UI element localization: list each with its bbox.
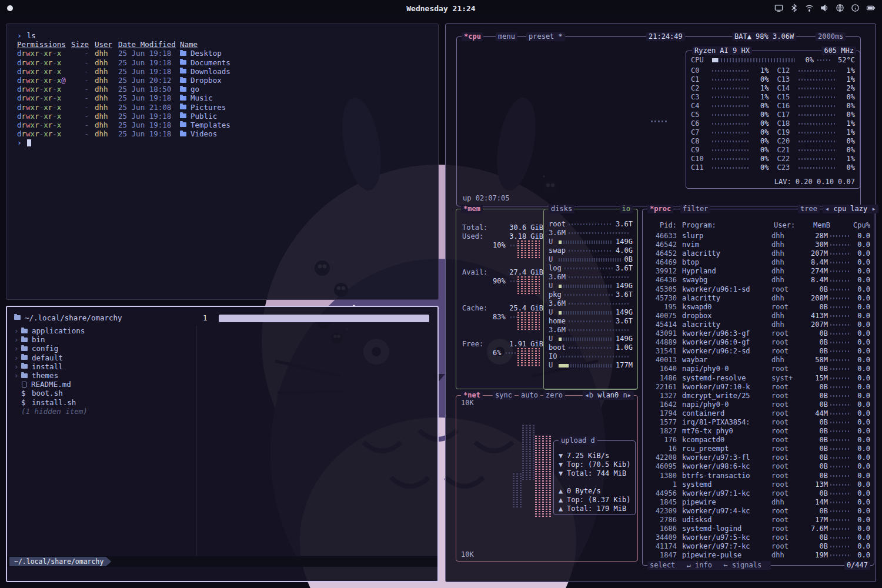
- proc-box-title[interactable]: *proc: [647, 205, 673, 213]
- info-icon[interactable]: [851, 4, 860, 12]
- tab-indicator[interactable]: 1: [203, 313, 208, 322]
- process-cpu: 0.0: [853, 436, 870, 445]
- core-label: C5: [691, 111, 709, 119]
- process-name: systemd-logind: [682, 524, 771, 533]
- process-row[interactable]: 1847pipewire-pulsedhh19M0.0: [646, 551, 870, 559]
- wifi-icon[interactable]: [805, 4, 814, 12]
- screen-cast-icon[interactable]: [774, 4, 783, 12]
- fm-item[interactable]: ›default: [14, 353, 433, 362]
- process-row[interactable]: 1486systemd-resolvesyst+15M0.0: [646, 374, 870, 383]
- fm-item[interactable]: ›applications: [14, 326, 433, 335]
- fm-item[interactable]: ›bin: [14, 335, 433, 344]
- process-row[interactable]: 42309kworker/u97:4-kcroot0B0.0: [646, 507, 870, 516]
- cpu-frequency: 605 MHz: [821, 46, 856, 55]
- folder-icon: [180, 105, 186, 109]
- mem-box-title[interactable]: *mem: [461, 205, 483, 213]
- process-row[interactable]: 176kcompactd0root0B0.0: [646, 436, 870, 445]
- process-row[interactable]: 1686systemd-logindroot7.6M0.0: [646, 524, 870, 533]
- process-user: root: [771, 338, 802, 347]
- core-label: C19: [777, 128, 795, 137]
- header-memb[interactable]: MemB: [804, 221, 830, 230]
- fm-item[interactable]: ›install: [14, 362, 433, 371]
- process-cpu: 0.0: [853, 507, 870, 516]
- signals-hint[interactable]: ← signals: [723, 561, 761, 569]
- process-mem: 0B: [802, 427, 828, 436]
- fm-item[interactable]: $boot.sh: [14, 389, 433, 397]
- sort-mode[interactable]: ◂ cpu lazy ▸: [823, 205, 878, 213]
- core-label: C6: [691, 119, 709, 128]
- fm-item[interactable]: ›themes: [14, 371, 433, 380]
- menu-button[interactable]: menu: [496, 32, 517, 41]
- header-cpu[interactable]: Cpu%: [830, 221, 870, 230]
- process-row[interactable]: 2786udisksdroot17M0.0: [646, 516, 870, 524]
- select-hint[interactable]: select: [650, 561, 675, 569]
- file-name-text: Templates: [191, 121, 230, 129]
- process-row[interactable]: 39912Hyprlanddhh274M0.0: [646, 267, 870, 276]
- sort-prev-icon[interactable]: ◂: [825, 205, 829, 213]
- process-row[interactable]: 31541kworker/u96:2-sdroot0B0.0: [646, 347, 870, 356]
- process-row[interactable]: 46469btopdhh8.4M0.0: [646, 258, 870, 267]
- process-cpu: 0.0: [853, 267, 870, 276]
- header-program[interactable]: Program:: [682, 221, 774, 230]
- io-toggle[interactable]: io: [620, 205, 633, 213]
- process-row[interactable]: 1577irq/81-PIXA3854:root0B0.0: [646, 418, 870, 427]
- process-row[interactable]: 22161kworker/u97:10-kroot0B0.0: [646, 383, 870, 392]
- process-row[interactable]: 44956kworker/u97:1-kcroot0B0.0: [646, 489, 870, 498]
- process-row[interactable]: 45305kworker/u96:1-sdroot0B0.0: [646, 285, 870, 294]
- process-row[interactable]: 1systemdroot13M0.0: [646, 480, 870, 489]
- net-graph-dim: [522, 424, 535, 480]
- process-row[interactable]: 40075dropboxdhh413M0.0: [646, 312, 870, 320]
- core-row: C50%: [691, 111, 769, 119]
- process-name: alacritty: [682, 320, 771, 329]
- process-row[interactable]: 1642napi/phy0-0root0B0.0: [646, 400, 870, 409]
- net-interface-switcher[interactable]: ◂b wlan0 n▸: [583, 391, 634, 400]
- process-row[interactable]: 45414alacrittydhh207M0.0: [646, 320, 870, 329]
- iface-prev-icon[interactable]: ◂b: [585, 391, 593, 399]
- info-hint[interactable]: ↵ info: [687, 561, 712, 569]
- header-size: Size: [70, 40, 89, 49]
- process-row[interactable]: 1640napi/phy0-0root0B0.0: [646, 365, 870, 373]
- sort-next-icon[interactable]: ▸: [872, 205, 876, 213]
- net-auto-toggle[interactable]: auto: [519, 391, 540, 400]
- process-row[interactable]: 42208kworker/u97:3-flroot0B0.0: [646, 453, 870, 462]
- process-user: root: [771, 542, 802, 551]
- folder-icon: [21, 338, 28, 342]
- process-row[interactable]: 1380btrfs-transactioroot0B0.0: [646, 472, 870, 480]
- update-interval[interactable]: 2000ms: [816, 32, 846, 41]
- process-row[interactable]: 195kswapd0root0B0.0: [646, 303, 870, 312]
- disks-title[interactable]: disks: [549, 205, 574, 213]
- process-row[interactable]: 1794containerdroot44M0.0: [646, 409, 870, 418]
- preset-button[interactable]: preset *: [526, 32, 565, 41]
- arrow-icon: ▲: [559, 487, 567, 496]
- volume-icon[interactable]: [820, 4, 829, 12]
- network-globe-icon[interactable]: [836, 4, 844, 12]
- fm-item[interactable]: $install.sh: [14, 398, 433, 407]
- filter-button[interactable]: filter: [680, 205, 710, 213]
- process-row[interactable]: 46542nvimdhh30M0.0: [646, 240, 870, 249]
- iface-next-icon[interactable]: n▸: [623, 391, 632, 399]
- process-row[interactable]: 46633slurpdhh28M0.0: [646, 232, 870, 240]
- process-row[interactable]: 46452alacrittydhh207M0.0: [646, 249, 870, 258]
- cpu-box-title[interactable]: *cpu: [462, 32, 483, 41]
- process-row[interactable]: 34409kworker/u97:5-kcroot0B0.0: [646, 533, 870, 542]
- process-row[interactable]: 43091kworker/u96:3-gfroot0B0.0: [646, 329, 870, 338]
- process-row[interactable]: 45730alacrittydhh208M0.0: [646, 294, 870, 303]
- process-row[interactable]: 1845pipewiredhh14M0.0: [646, 498, 870, 507]
- net-sync-toggle[interactable]: sync: [493, 391, 514, 400]
- bluetooth-icon[interactable]: [790, 4, 799, 12]
- fm-item[interactable]: ›config: [14, 344, 433, 353]
- terminal-input-line[interactable]: ›: [17, 138, 432, 147]
- process-row[interactable]: 46095kworker/u98:6-kcroot0B0.0: [646, 462, 870, 471]
- process-row[interactable]: 41174kworker/u97:7-kcroot0B0.0: [646, 542, 870, 551]
- process-row[interactable]: 44889kworker/u96:0-gfroot0B0.0: [646, 338, 870, 347]
- process-row[interactable]: 1827mt76-tx phy0root0B0.0: [646, 427, 870, 436]
- header-user[interactable]: User:: [774, 221, 804, 230]
- process-row[interactable]: 16rcu_preemptroot0B0.0: [646, 445, 870, 453]
- process-row[interactable]: 1327dmcrypt_write/25root0B0.0: [646, 392, 870, 400]
- header-pid[interactable]: Pid:: [646, 221, 677, 230]
- tree-toggle[interactable]: tree: [798, 205, 820, 213]
- process-row[interactable]: 40013waybardhh58M0.0: [646, 356, 870, 365]
- fm-item[interactable]: README.md: [14, 380, 433, 389]
- net-zero-toggle[interactable]: zero: [543, 391, 565, 400]
- process-row[interactable]: 46436swaybgdhh8.4M0.0: [646, 276, 870, 285]
